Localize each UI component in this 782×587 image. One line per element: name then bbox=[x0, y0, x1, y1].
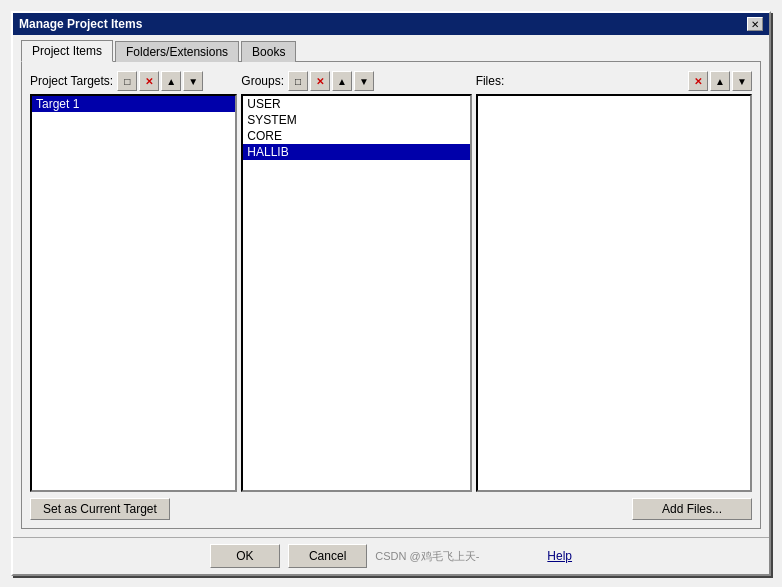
close-button[interactable]: ✕ bbox=[747, 17, 763, 31]
dialog-body: Project Items Folders/Extensions Books P… bbox=[13, 35, 769, 537]
tab-bar: Project Items Folders/Extensions Books bbox=[21, 39, 761, 61]
delete-icon: ✕ bbox=[145, 76, 153, 87]
files-up-button[interactable]: ▲ bbox=[710, 71, 730, 91]
groups-up-button[interactable]: ▲ bbox=[332, 71, 352, 91]
tab-books[interactable]: Books bbox=[241, 41, 296, 62]
groups-list[interactable]: USER SYSTEM CORE HALLIB bbox=[241, 94, 471, 492]
files-down-button[interactable]: ▼ bbox=[732, 71, 752, 91]
dialog-footer: OK Cancel CSDN @鸡毛飞上天- Help bbox=[13, 537, 769, 574]
groups-panel-header: Groups: □ ✕ ▲ ▼ bbox=[241, 70, 471, 92]
groups-add-button[interactable]: □ bbox=[288, 71, 308, 91]
delete-icon: ✕ bbox=[694, 76, 702, 87]
delete-icon: ✕ bbox=[316, 76, 324, 87]
up-icon: ▲ bbox=[337, 76, 347, 87]
help-link[interactable]: Help bbox=[547, 549, 572, 563]
down-icon: ▼ bbox=[359, 76, 369, 87]
files-panel-header: Files: ✕ ▲ ▼ bbox=[476, 70, 752, 92]
manage-project-items-dialog: Manage Project Items ✕ Project Items Fol… bbox=[11, 11, 771, 576]
targets-list[interactable]: Target 1 bbox=[30, 94, 237, 492]
ok-button[interactable]: OK bbox=[210, 544, 280, 568]
title-bar: Manage Project Items ✕ bbox=[13, 13, 769, 35]
set-current-target-button[interactable]: Set as Current Target bbox=[30, 498, 170, 520]
list-item[interactable]: Target 1 bbox=[32, 96, 235, 112]
csdn-watermark: CSDN @鸡毛飞上天- bbox=[375, 549, 479, 564]
targets-add-button[interactable]: □ bbox=[117, 71, 137, 91]
tab-content-project-items: Project Targets: □ ✕ ▲ ▼ bbox=[21, 61, 761, 529]
action-buttons-row: Set as Current Target Add Files... bbox=[30, 498, 752, 520]
list-item[interactable]: USER bbox=[243, 96, 469, 112]
targets-label: Project Targets: bbox=[30, 74, 113, 88]
targets-panel: Project Targets: □ ✕ ▲ ▼ bbox=[30, 70, 237, 492]
targets-panel-header: Project Targets: □ ✕ ▲ ▼ bbox=[30, 70, 237, 92]
files-panel: Files: ✕ ▲ ▼ bbox=[476, 70, 752, 492]
tab-project-items[interactable]: Project Items bbox=[21, 40, 113, 62]
files-label: Files: bbox=[476, 74, 505, 88]
dialog-title: Manage Project Items bbox=[19, 17, 142, 31]
cancel-button[interactable]: Cancel bbox=[288, 544, 367, 568]
groups-panel: Groups: □ ✕ ▲ ▼ bbox=[241, 70, 471, 492]
up-icon: ▲ bbox=[715, 76, 725, 87]
panels-row: Project Targets: □ ✕ ▲ ▼ bbox=[30, 70, 752, 492]
files-list[interactable] bbox=[476, 94, 752, 492]
list-item[interactable]: CORE bbox=[243, 128, 469, 144]
targets-up-button[interactable]: ▲ bbox=[161, 71, 181, 91]
list-item[interactable]: HALLIB bbox=[243, 144, 469, 160]
down-icon: ▼ bbox=[737, 76, 747, 87]
groups-delete-button[interactable]: ✕ bbox=[310, 71, 330, 91]
groups-down-button[interactable]: ▼ bbox=[354, 71, 374, 91]
list-item[interactable]: SYSTEM bbox=[243, 112, 469, 128]
up-icon: ▲ bbox=[166, 76, 176, 87]
targets-down-button[interactable]: ▼ bbox=[183, 71, 203, 91]
targets-delete-button[interactable]: ✕ bbox=[139, 71, 159, 91]
tab-folders-extensions[interactable]: Folders/Extensions bbox=[115, 41, 239, 62]
add-icon: □ bbox=[295, 76, 301, 87]
files-delete-button[interactable]: ✕ bbox=[688, 71, 708, 91]
add-files-button[interactable]: Add Files... bbox=[632, 498, 752, 520]
groups-label: Groups: bbox=[241, 74, 284, 88]
add-icon: □ bbox=[124, 76, 130, 87]
down-icon: ▼ bbox=[188, 76, 198, 87]
